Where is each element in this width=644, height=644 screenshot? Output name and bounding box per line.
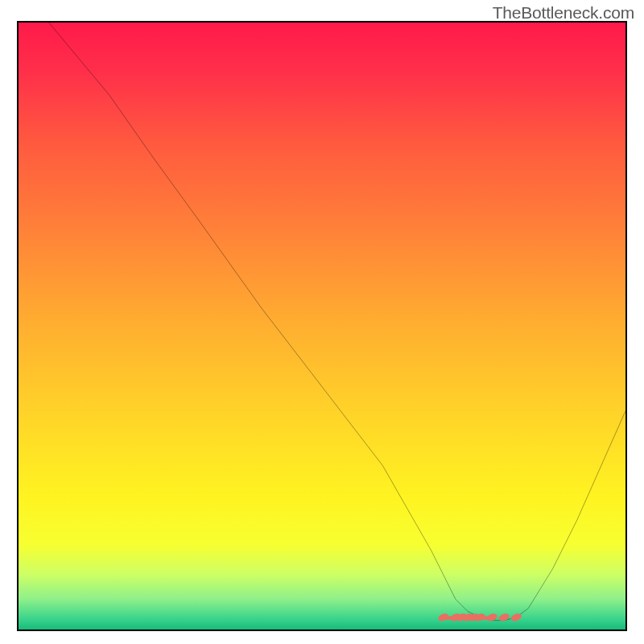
svg-point-2 [437,613,450,622]
plot-frame [17,21,627,631]
chart-container: TheBottleneck.com [0,0,644,644]
optimal-range-markers [437,613,522,622]
svg-point-9 [497,613,510,622]
svg-point-10 [510,613,522,622]
watermark-label: TheBottleneck.com [493,3,634,23]
bottleneck-curve [19,23,625,630]
svg-point-8 [485,613,498,622]
